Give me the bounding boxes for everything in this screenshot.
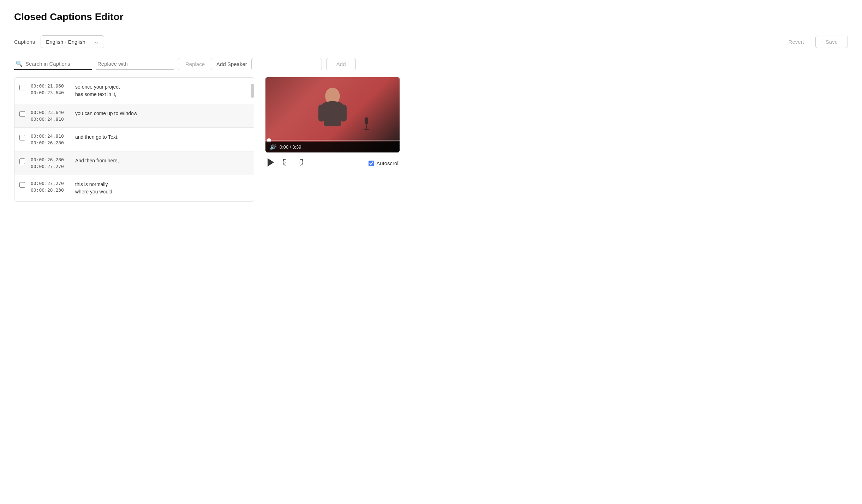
add-speaker-button[interactable]: Add bbox=[326, 58, 356, 70]
language-value: English - English bbox=[46, 39, 85, 45]
table-row: 00:00:27,270 00:00:28,230 this is normal… bbox=[14, 175, 254, 201]
caption-times-2: 00:00:23,640 00:00:24,810 bbox=[31, 110, 70, 122]
caption-checkbox-3[interactable] bbox=[19, 135, 25, 140]
toolbar: Captions English - English ⌄ Revert Save bbox=[14, 35, 848, 48]
autoscroll-checkbox[interactable] bbox=[369, 161, 374, 166]
search-box: 🔍 bbox=[14, 58, 92, 70]
caption-times-1: 00:00:21,960 00:00:23,640 bbox=[31, 83, 70, 95]
autoscroll-label: Autoscroll bbox=[376, 160, 400, 166]
svg-point-2 bbox=[322, 101, 343, 109]
player-controls: 5 5 Autoscroll bbox=[265, 157, 400, 169]
caption-times-5: 00:00:27,270 00:00:28,230 bbox=[31, 181, 70, 193]
table-row: 00:00:21,960 00:00:23,640 so once your p… bbox=[14, 78, 254, 104]
svg-rect-6 bbox=[366, 124, 367, 129]
rewind-icon: 5 bbox=[281, 158, 290, 167]
video-player[interactable]: 🔊 0:00 / 3:39 bbox=[265, 77, 400, 152]
video-person bbox=[311, 85, 354, 142]
autoscroll-area: Autoscroll bbox=[369, 160, 400, 166]
time-start: 00:00:21,960 bbox=[31, 83, 70, 89]
revert-button[interactable]: Revert bbox=[783, 36, 810, 48]
total-time: 3:39 bbox=[292, 144, 301, 150]
caption-times-4: 00:00:26,280 00:00:27,270 bbox=[31, 157, 70, 169]
speaker-input[interactable] bbox=[251, 58, 322, 70]
time-start: 00:00:23,640 bbox=[31, 110, 70, 115]
page-title: Closed Captions Editor bbox=[14, 11, 848, 23]
chevron-down-icon: ⌄ bbox=[94, 38, 99, 45]
forward-button[interactable]: 5 bbox=[296, 158, 305, 169]
video-panel: 🔊 0:00 / 3:39 5 bbox=[265, 77, 400, 169]
caption-checkbox-1[interactable] bbox=[19, 85, 25, 90]
search-icon: 🔍 bbox=[16, 60, 23, 67]
time-start: 00:00:26,280 bbox=[31, 157, 70, 162]
time-end: 00:00:26,280 bbox=[31, 140, 70, 145]
table-row: 00:00:24,810 00:00:26,280 and then go to… bbox=[14, 128, 254, 151]
caption-text-4[interactable]: And then from here, bbox=[75, 157, 249, 164]
caption-text-2[interactable]: you can come up to Window bbox=[75, 110, 249, 117]
caption-checkbox-2[interactable] bbox=[19, 111, 25, 117]
search-replace-row: 🔍 Replace Add Speaker Add bbox=[14, 58, 848, 70]
svg-rect-5 bbox=[365, 117, 368, 124]
svg-marker-8 bbox=[268, 158, 274, 167]
svg-text:5: 5 bbox=[299, 161, 300, 164]
time-end: 00:00:23,640 bbox=[31, 90, 70, 95]
svg-rect-7 bbox=[364, 129, 369, 130]
search-input[interactable] bbox=[25, 61, 89, 67]
scrollbar-thumb[interactable] bbox=[251, 84, 254, 98]
captions-label: Captions bbox=[14, 39, 35, 45]
caption-text-3[interactable]: and then go to Text. bbox=[75, 133, 249, 141]
svg-text:5: 5 bbox=[284, 161, 286, 164]
time-end: 00:00:27,270 bbox=[31, 164, 70, 169]
add-speaker-label: Add Speaker bbox=[216, 61, 247, 67]
rewind-button[interactable]: 5 bbox=[281, 158, 290, 169]
replace-box bbox=[96, 59, 174, 70]
current-time: 0:00 bbox=[280, 144, 288, 150]
svg-rect-4 bbox=[340, 104, 347, 121]
table-row: 00:00:26,280 00:00:27,270 And then from … bbox=[14, 151, 254, 175]
video-time-display: 0:00 / 3:39 bbox=[280, 144, 395, 150]
time-end: 00:00:24,810 bbox=[31, 116, 70, 122]
play-icon bbox=[265, 157, 275, 167]
captions-list: 00:00:21,960 00:00:23,640 so once your p… bbox=[14, 77, 254, 202]
main-content: 00:00:21,960 00:00:23,640 so once your p… bbox=[14, 77, 848, 202]
volume-icon[interactable]: 🔊 bbox=[270, 144, 277, 150]
video-progress-bar[interactable] bbox=[265, 140, 400, 141]
replace-input[interactable] bbox=[97, 61, 168, 67]
caption-times-3: 00:00:24,810 00:00:26,280 bbox=[31, 133, 70, 145]
replace-button[interactable]: Replace bbox=[178, 58, 212, 70]
time-start: 00:00:24,810 bbox=[31, 133, 70, 139]
time-start: 00:00:27,270 bbox=[31, 181, 70, 186]
microphone-icon bbox=[363, 114, 370, 139]
caption-checkbox-5[interactable] bbox=[19, 182, 25, 188]
forward-icon: 5 bbox=[296, 158, 305, 167]
save-button[interactable]: Save bbox=[815, 36, 848, 48]
caption-text-1[interactable]: so once your projecthas some text in it, bbox=[75, 83, 249, 98]
caption-checkbox-4[interactable] bbox=[19, 158, 25, 164]
video-controls-bar: 🔊 0:00 / 3:39 bbox=[265, 142, 400, 152]
play-button[interactable] bbox=[265, 157, 275, 169]
caption-text-5[interactable]: this is normallywhere you would bbox=[75, 181, 249, 196]
language-dropdown[interactable]: English - English ⌄ bbox=[41, 35, 104, 48]
time-end: 00:00:28,230 bbox=[31, 187, 70, 193]
table-row: 00:00:23,640 00:00:24,810 you can come u… bbox=[14, 104, 254, 128]
svg-rect-3 bbox=[318, 104, 325, 121]
